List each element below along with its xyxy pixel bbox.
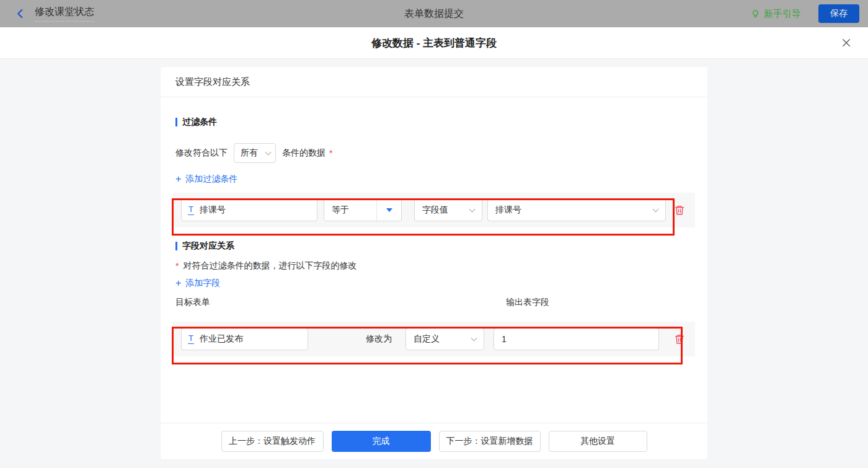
field-mapping-row: T 作业已发布 修改为 自定义 bbox=[173, 322, 695, 356]
value-field-value: 排课号 bbox=[495, 205, 521, 216]
required-mark: * bbox=[175, 261, 179, 271]
guide-label: 新手引导 bbox=[764, 8, 801, 20]
add-filter-condition-link[interactable]: + 添加过滤条件 bbox=[175, 173, 695, 185]
target-field-box[interactable]: T 作业已发布 bbox=[181, 328, 308, 350]
other-settings-button[interactable]: 其他设置 bbox=[549, 431, 647, 452]
filter-condition-row: T 排课号 等于 字段值 排课号 bbox=[173, 193, 695, 227]
operator-value: 等于 bbox=[324, 200, 376, 221]
topbar: 修改课堂状态 表单数据提交 新手引导 保存 bbox=[0, 0, 868, 27]
plus-icon: + bbox=[175, 175, 181, 183]
column-target-form: 目标表单 bbox=[175, 297, 506, 309]
chevron-down-icon bbox=[471, 335, 477, 342]
beginner-guide-link[interactable]: 新手引导 bbox=[751, 8, 801, 20]
card-header-title: 设置字段对应关系 bbox=[175, 76, 250, 88]
modal-header: 修改数据 - 主表到普通字段 bbox=[0, 27, 868, 59]
column-output-field: 输出表字段 bbox=[506, 297, 549, 309]
operator-select[interactable]: 等于 bbox=[324, 199, 402, 221]
filter-field-name: 排课号 bbox=[200, 205, 226, 216]
modify-type-value: 自定义 bbox=[414, 333, 440, 345]
lightbulb-icon bbox=[751, 9, 760, 19]
workflow-title[interactable]: 修改课堂状态 bbox=[35, 6, 94, 22]
chevron-down-icon bbox=[653, 206, 659, 213]
add-field-link[interactable]: + 添加字段 bbox=[175, 277, 695, 289]
value-type-select[interactable]: 字段值 bbox=[414, 199, 482, 221]
operator-caret-segment bbox=[376, 200, 401, 221]
prev-step-button[interactable]: 上一步：设置触发动作 bbox=[221, 431, 324, 452]
section-bar-icon bbox=[175, 118, 177, 126]
chevron-down-icon bbox=[469, 206, 476, 213]
caret-down-icon bbox=[386, 208, 392, 212]
mapping-section-label: 字段对应关系 bbox=[182, 241, 234, 252]
filter-field-box[interactable]: T 排课号 bbox=[181, 199, 317, 221]
match-suffix-label: 条件的数据 bbox=[282, 148, 326, 159]
modify-to-label: 修改为 bbox=[366, 333, 392, 345]
custom-value-input[interactable] bbox=[494, 328, 659, 350]
plus-icon: + bbox=[175, 279, 181, 288]
text-field-icon: T bbox=[188, 334, 194, 344]
delete-mapping-row-button[interactable] bbox=[674, 333, 685, 345]
value-field-select[interactable]: 排课号 bbox=[487, 199, 666, 221]
mapping-column-headers: 目标表单 输出表字段 bbox=[175, 297, 695, 309]
card-footer: 上一步：设置触发动作 完成 下一步：设置新增数据 其他设置 bbox=[161, 423, 707, 459]
topbar-center-title: 表单数据提交 bbox=[0, 7, 868, 20]
trash-icon bbox=[674, 205, 685, 216]
delete-filter-row-button[interactable] bbox=[674, 205, 685, 216]
match-condition-row: 修改符合以下 所有 条件的数据 * bbox=[175, 143, 695, 163]
save-button[interactable]: 保存 bbox=[818, 4, 859, 23]
page: 修改课堂状态 表单数据提交 新手引导 保存 修改数据 - 主表到普通字段 设置字… bbox=[0, 0, 868, 468]
mapping-description: 对符合过滤条件的数据，进行以下字段的修改 bbox=[183, 260, 356, 272]
match-mode-select[interactable]: 所有 bbox=[234, 143, 276, 163]
value-type-value: 字段值 bbox=[422, 205, 448, 216]
chevron-down-icon bbox=[265, 149, 272, 156]
card-body: 过滤条件 修改符合以下 所有 条件的数据 * + 添加过滤条件 bbox=[161, 97, 707, 423]
match-mode-value: 所有 bbox=[241, 148, 258, 159]
trash-icon bbox=[674, 333, 685, 345]
done-button[interactable]: 完成 bbox=[332, 431, 431, 452]
mapping-section-title: 字段对应关系 bbox=[175, 241, 695, 251]
modify-type-select[interactable]: 自定义 bbox=[405, 328, 484, 350]
chevron-left-icon bbox=[15, 8, 26, 19]
settings-card: 设置字段对应关系 过滤条件 修改符合以下 所有 条件的数据 * bbox=[161, 67, 707, 459]
add-filter-label: 添加过滤条件 bbox=[185, 174, 237, 185]
card-header: 设置字段对应关系 bbox=[161, 67, 707, 97]
modal-title: 修改数据 - 主表到普通字段 bbox=[371, 36, 497, 50]
required-mark: * bbox=[329, 148, 332, 158]
match-prefix-label: 修改符合以下 bbox=[175, 148, 228, 159]
topbar-right: 新手引导 保存 bbox=[751, 4, 859, 23]
close-button[interactable] bbox=[841, 37, 852, 48]
section-bar-icon bbox=[175, 242, 177, 250]
add-field-label: 添加字段 bbox=[185, 278, 220, 289]
back-button[interactable] bbox=[15, 8, 26, 19]
topbar-left: 修改课堂状态 bbox=[15, 6, 94, 22]
target-field-name: 作业已发布 bbox=[200, 333, 243, 345]
next-step-button[interactable]: 下一步：设置新增数据 bbox=[439, 431, 541, 452]
filter-section-title: 过滤条件 bbox=[175, 117, 695, 127]
filter-section-label: 过滤条件 bbox=[182, 117, 217, 128]
close-icon bbox=[841, 37, 852, 48]
text-field-icon: T bbox=[188, 205, 194, 215]
modal-body: 设置字段对应关系 过滤条件 修改符合以下 所有 条件的数据 * bbox=[0, 67, 868, 468]
mapping-description-row: * 对符合过滤条件的数据，进行以下字段的修改 bbox=[175, 260, 695, 272]
